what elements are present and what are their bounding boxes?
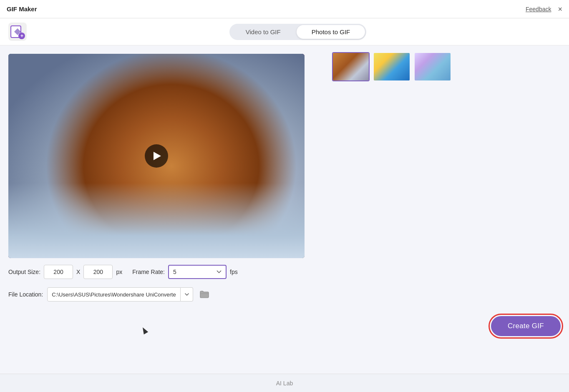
feedback-link[interactable]: Feedback [526,6,551,13]
px-label: px [116,269,122,275]
video-preview [8,54,305,258]
fps-select[interactable]: 5 10 15 20 25 30 [168,265,227,279]
file-location-row: File Location: [8,287,317,302]
thumbnail-spongebob-image [374,53,410,80]
x-separator: X [76,269,80,275]
play-button[interactable] [145,144,168,168]
svg-text:+: + [20,33,23,39]
tab-video-to-gif[interactable]: Video to GIF [231,25,296,39]
file-location-dropdown[interactable] [181,287,193,302]
app-title: GIF Maker [7,5,37,13]
file-location-input[interactable] [47,287,181,302]
tabs-container: Video to GIF Photos to GIF [229,24,366,40]
thumbnail-cake[interactable] [414,52,451,81]
thumbnail-cake-image [415,53,451,80]
thumbnail-cat-image [333,53,369,80]
create-gif-button[interactable]: Create GIF [491,316,561,336]
chevron-down-icon [185,293,189,296]
title-bar: GIF Maker Feedback × [0,0,569,18]
content-area: Output Size: X px Frame Rate: 5 10 15 20… [0,45,569,374]
folder-icon [200,291,209,298]
app-logo: + [8,23,27,41]
thumbnail-cat[interactable] [332,52,370,81]
ai-lab-label: AI Lab [276,380,293,387]
frame-rate-group: Frame Rate: 5 10 15 20 25 30 fps [132,265,238,279]
frame-rate-label: Frame Rate: [132,269,165,275]
create-gif-area: Create GIF [491,316,561,336]
close-button[interactable]: × [558,5,562,13]
top-bar: + Video to GIF Photos to GIF [0,18,569,45]
thumbnails-row [332,52,562,81]
app-container: + Video to GIF Photos to GIF Outpu [0,18,569,392]
output-size-group: Output Size: X px [8,265,122,279]
folder-browse-button[interactable] [197,287,211,302]
file-location-input-wrapper [47,287,193,302]
thumbnail-spongebob[interactable] [373,52,410,81]
snow-overlay [8,183,305,258]
bottom-bar: AI Lab [0,374,569,392]
width-input[interactable] [44,265,73,279]
left-panel: Output Size: X px Frame Rate: 5 10 15 20… [0,45,325,374]
title-bar-actions: Feedback × [526,5,562,13]
tab-photos-to-gif[interactable]: Photos to GIF [297,25,365,39]
fps-label: fps [230,269,238,275]
height-input[interactable] [83,265,113,279]
controls-row: Output Size: X px Frame Rate: 5 10 15 20… [8,265,317,279]
file-location-label: File Location: [8,291,43,298]
right-panel: Create GIF [325,45,569,374]
output-size-label: Output Size: [8,269,40,275]
